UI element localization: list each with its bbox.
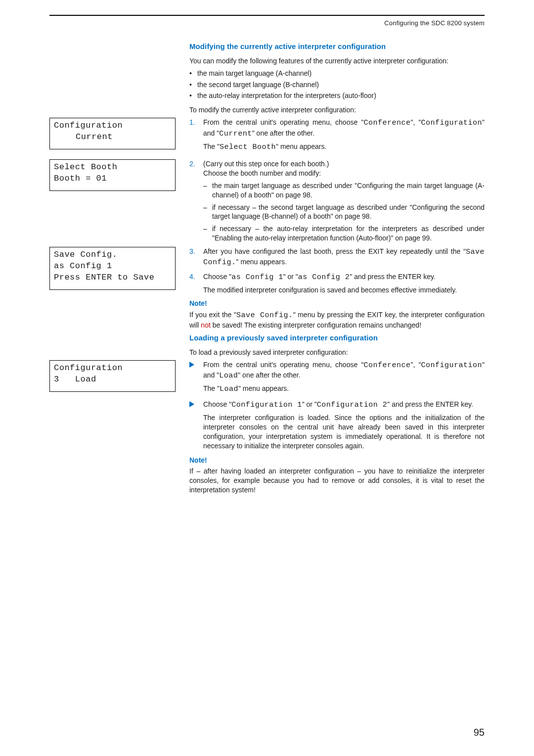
section1-lead: To modify the currently active interpret… [189,105,485,115]
lcd-line: Select Booth [54,162,171,173]
lcd-line: as Config 1 [54,261,171,272]
section1-intro: You can modify the following features of… [189,56,485,66]
note-body: If you exit the "Save Config." menu by p… [189,310,485,330]
step-number: 1. [189,118,195,127]
action-load-menu: From the central unit's operating menu, … [189,360,485,395]
step-3: 3. After you have configured the last bo… [189,247,485,268]
page-number: 95 [474,726,485,739]
step-number: 3. [189,247,195,256]
note-heading: Note! [189,299,485,308]
lcd-line: Booth = 01 [54,173,171,185]
section1-bullets: the main target language (A-channel) the… [189,69,485,101]
lcd-line: Press ENTER to Save [54,272,171,284]
lcd-configuration-load: Configuration 3 Load [49,360,176,392]
note-heading: Note! [189,456,485,465]
note-body: If – after having loaded an interpreter … [189,467,485,495]
step-2: 2. (Carry out this step once for each bo… [189,159,485,243]
lcd-line: 3 Load [54,374,171,385]
step-number: 4. [189,272,195,282]
dash-second-target: if necessary – the second target languag… [203,203,485,222]
lcd-configuration-current: Configuration Current [49,118,176,149]
step-1: 1. From the central unit's operating men… [189,118,485,152]
lcd-select-booth: Select Booth Booth = 01 [49,159,176,191]
dash-auto-relay: if necessary – the auto-relay interpreta… [203,224,485,243]
bullet-auto-floor: the auto-relay interpretation for the in… [189,91,485,100]
lcd-line: Save Config. [54,249,171,261]
header-title: Configuring the SDC 8200 system [49,19,485,28]
section2-lead: To load a previously saved interpreter c… [189,348,485,357]
dash-main-target: the main target language as described un… [203,181,485,200]
step-4: 4. Choose "as Config 1" or "as Config 2"… [189,272,485,295]
step-number: 2. [189,159,195,169]
lcd-line: Configuration [54,120,171,132]
section1-title: Modifying the currently active interpret… [189,42,485,51]
lcd-line: Configuration [54,363,171,374]
not-warning: not [201,321,210,329]
lcd-save-config: Save Config. as Config 1 Press ENTER to … [49,247,176,290]
lcd-line: Current [54,132,171,143]
bullet-a-channel: the main target language (A-channel) [189,69,485,78]
bullet-b-channel: the second target language (B-channel) [189,80,485,90]
section2-title: Loading a previously saved interpreter c… [189,333,485,343]
header-rule [49,15,485,16]
action-choose-config: Choose "Configuration 1" or "Configurati… [189,400,485,451]
